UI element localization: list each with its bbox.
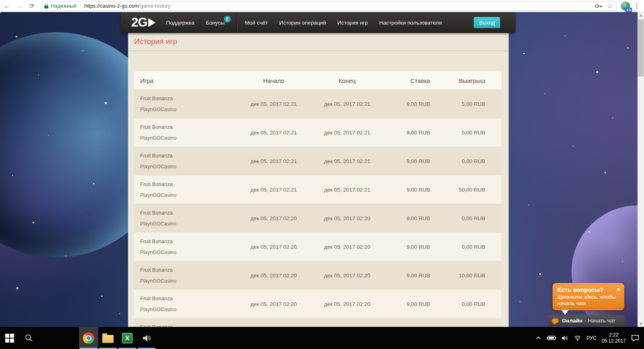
taskbar-search-button[interactable]	[19, 327, 39, 349]
tray-volume-icon[interactable]	[561, 335, 569, 341]
table-row[interactable]: Fruit Bonanza PlaynGOCasino дек 05, 2017…	[134, 118, 501, 147]
table-row[interactable]: Fruit Bonanza PlaynGOCasino дек 05, 2017…	[134, 233, 501, 261]
table-row[interactable]: Fruit Bonanza PlaynGOCasino дек 05, 2017…	[134, 204, 501, 232]
game-cell: Fruit Bonanza PlaynGOCasino	[134, 124, 237, 141]
nav-item-support[interactable]: Поддержка	[166, 20, 194, 26]
page-scrollbar[interactable]: ▲ ▼	[638, 12, 644, 327]
chat-title: Есть вопросы?	[557, 286, 604, 293]
game-cell: Fruit Bonanza	[134, 318, 237, 327]
nav-item-bonuses-label: Бонусы	[206, 20, 225, 26]
table-row[interactable]: Fruit Bonanza PlaynGOCasino дек 05, 2017…	[134, 147, 501, 175]
tray-clock[interactable]: 2:22 05.12.2017	[602, 332, 626, 344]
browser-profile-avatar[interactable]: SG	[621, 1, 630, 11]
chat-subtitle: Щелкните здесь, чтобы начать чат	[557, 294, 620, 307]
windows-taskbar: X РУС 2:22 05.12.2017	[0, 327, 644, 349]
game-win: 5,00 RUB	[439, 101, 501, 107]
start-button[interactable]	[0, 327, 19, 349]
chat-close-icon[interactable]: ×	[617, 286, 620, 292]
game-end-time: дек 05, 2017 02:21	[311, 187, 384, 193]
folder-icon	[102, 335, 114, 343]
game-win: 0,00 RUB	[439, 215, 501, 221]
saved-password-key-icon[interactable]	[595, 4, 603, 8]
game-end-time: дек 05, 2017 02:21	[311, 101, 384, 107]
taskbar-excel-button[interactable]: X	[118, 327, 137, 349]
browser-back-button[interactable]: ←	[2, 1, 12, 11]
game-stake: 9,00 RUB	[384, 158, 439, 164]
scrollbar-thumb[interactable]	[638, 19, 644, 76]
chat-action-label: - Начать чат	[584, 318, 615, 324]
url-omnibox[interactable]: Надежный | https://casino-2-go.com /game…	[41, 1, 617, 10]
game-stake: 9,00 RUB	[384, 301, 439, 307]
game-provider: PlaynGOCasino	[140, 135, 237, 141]
site-logo[interactable]: 2G	[131, 15, 155, 30]
game-start-time: дек 05, 2017 02:21	[237, 158, 310, 164]
taskbar-explorer-button[interactable]	[98, 327, 118, 349]
speaker-app-icon	[141, 333, 152, 343]
game-start-time: дек 05, 2017 02:20	[237, 244, 310, 250]
browser-reload-button[interactable]: ⟳	[27, 1, 37, 11]
game-end-time: дек 05, 2017 02:20	[311, 244, 384, 250]
game-start-time: дек 05, 2017 02:21	[237, 101, 310, 107]
game-provider: PlaynGOCasino	[140, 164, 237, 169]
tray-language-label[interactable]: РУС	[586, 335, 596, 341]
chat-bubble-tail	[561, 310, 569, 315]
tray-chevron-icon[interactable]	[536, 336, 541, 340]
table-row[interactable]: Fruit Bonanza PlaynGOCasino дек 05, 2017…	[134, 90, 501, 118]
page-viewport: 2G Поддержка Бонусы8 Мой счёт История оп…	[0, 12, 644, 327]
game-name: Fruit Bonanza	[140, 267, 237, 273]
chat-status-label: Онлайн	[562, 318, 582, 324]
game-end-time: дек 05, 2017 02:20	[311, 215, 384, 221]
table-row[interactable]: Fruit Bonanza PlaynGOCasino дек 05, 2017…	[134, 176, 501, 204]
game-provider: PlaynGOCasino	[140, 192, 237, 198]
nav-item-game-history[interactable]: История игр	[337, 20, 368, 26]
scrollbar-down-icon[interactable]: ▼	[638, 320, 644, 327]
game-cell: Fruit Bonanza PlaynGOCasino	[134, 210, 237, 227]
taskbar-audio-app-button[interactable]	[137, 327, 156, 349]
tray-battery-icon[interactable]	[547, 335, 556, 341]
header-win: Выигрыш	[439, 77, 501, 84]
nav-item-bonuses[interactable]: Бонусы8	[206, 20, 225, 26]
browser-forward-button[interactable]: →	[14, 1, 25, 11]
table-row[interactable]: Fruit Bonanza	[134, 318, 501, 327]
chat-status-bar[interactable]: Онлайн - Начать чат	[548, 315, 624, 326]
game-win: 5,00 RUB	[439, 130, 501, 136]
game-name: Fruit Bonanza	[140, 124, 237, 130]
game-name: Fruit Bonanza	[140, 95, 237, 101]
header-end: Конец	[311, 77, 384, 84]
game-table-body: Fruit Bonanza PlaynGOCasino дек 05, 2017…	[134, 90, 501, 327]
browser-menu-icon[interactable]: ⋮	[634, 2, 640, 10]
header-stake: Ставка	[384, 77, 439, 84]
game-cell: Fruit Bonanza PlaynGOCasino	[134, 95, 237, 112]
game-name: Fruit Bonanza	[140, 295, 237, 302]
browser-address-bar: ← → ⟳ Надежный | https://casino-2-go.com…	[0, 0, 644, 12]
game-cell: Fruit Bonanza PlaynGOCasino	[134, 181, 237, 198]
table-row[interactable]: Fruit Bonanza PlaynGOCasino дек 05, 2017…	[134, 261, 501, 289]
table-row[interactable]: Fruit Bonanza PlaynGOCasino дек 05, 2017…	[134, 290, 501, 318]
game-provider: PlaynGOCasino	[140, 307, 237, 312]
chat-invite-bubble[interactable]: Есть вопросы? × Щелкните здесь, чтобы на…	[553, 283, 624, 310]
header-start: Начало	[237, 77, 310, 84]
scrollbar-up-icon[interactable]: ▲	[638, 12, 644, 19]
game-cell: Fruit Bonanza PlaynGOCasino	[134, 267, 237, 284]
game-cell: Fruit Bonanza PlaynGOCasino	[134, 295, 237, 312]
game-win: 0,00 RUB	[439, 301, 501, 307]
nav-item-operations-history[interactable]: История операций	[279, 20, 326, 26]
nav-item-user-settings[interactable]: Настройки пользователя	[379, 20, 442, 26]
game-stake: 9,00 RUB	[384, 101, 439, 107]
security-label: Надежный	[51, 3, 77, 9]
game-name: Fruit Bonanza	[140, 181, 237, 187]
game-win: 0,00 RUB	[439, 158, 501, 164]
avatar-badge: SG	[625, 8, 632, 12]
game-win: 10,00 RUB	[439, 273, 501, 279]
taskbar-chrome-button[interactable]	[79, 327, 98, 349]
tray-action-center-icon[interactable]	[631, 335, 639, 341]
logout-button[interactable]: Выход	[474, 17, 500, 28]
search-icon	[25, 334, 33, 343]
bookmark-star-icon[interactable]: ☆	[607, 2, 613, 9]
game-end-time: дек 05, 2017 02:21	[311, 158, 384, 164]
tray-wifi-icon[interactable]	[574, 335, 581, 341]
nav-item-account[interactable]: Мой счёт	[245, 20, 268, 26]
background-stars	[0, 12, 1, 13]
logo-text: 2G	[131, 15, 147, 30]
game-win: 50,00 RUB	[439, 187, 501, 193]
